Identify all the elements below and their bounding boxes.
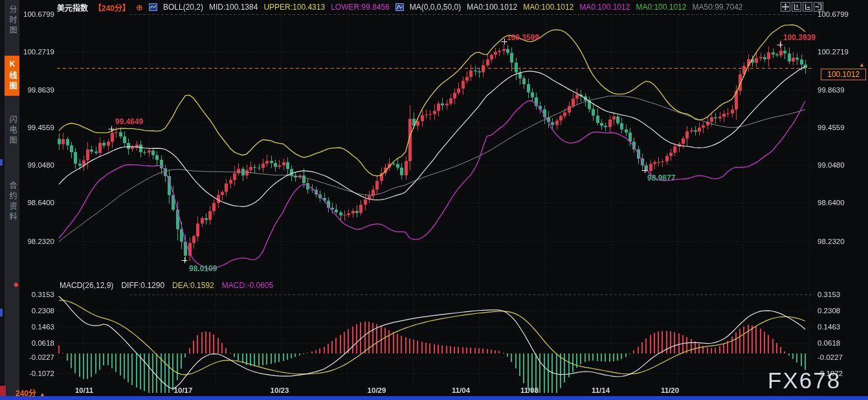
x-axis-label: 11/04 [447, 386, 475, 394]
macd-axis-label: 0.2308 [818, 306, 851, 315]
boll-chart-icon[interactable] [149, 3, 157, 11]
sidebar-marker-top [0, 159, 3, 166]
y-axis-label: 99.8639 [21, 85, 54, 94]
sidebar: 分时图K线图闪电图合约资料 [0, 0, 19, 400]
sidebar-tab-1[interactable]: K线图 [5, 56, 19, 96]
price-annotation: 100.3939 [783, 33, 816, 42]
sidebar-tab-3[interactable]: 合约资料 [5, 181, 19, 223]
ma50-value: MA50:99.7042 [692, 3, 742, 12]
ma-chart-icon[interactable] [395, 3, 404, 11]
boll-upper-value: UPPER:100.4313 [263, 3, 325, 12]
macd-axis-label: 0.1463 [818, 322, 851, 331]
macd-diff-value: DIFF:0.1290 [121, 281, 164, 290]
macd-axis-label: -0.1072 [21, 369, 54, 378]
y-axis-label: 99.0480 [21, 161, 54, 170]
sidebar-tab-0[interactable]: 分时图 [5, 5, 19, 36]
price-annotation: 99.4649 [115, 117, 143, 126]
x-axis-tool-button[interactable] [803, 2, 812, 12]
fx678-watermark: FX678 [768, 368, 841, 394]
x-axis-label: 11/20 [656, 386, 684, 394]
y-axis-label: 100.2719 [818, 47, 851, 56]
macd-axis-label: 0.2308 [21, 306, 54, 315]
sidebar-tab-2[interactable]: 闪电图 [5, 115, 19, 146]
macd-macd-value: MACD:-0.0605 [222, 281, 273, 290]
add-indicator-icon[interactable]: ⊕ [136, 3, 143, 12]
macd-axis-label: 0.0618 [818, 339, 851, 348]
price-marker-arrow-icon: ▲ [859, 61, 865, 68]
x-axis-label: 10/29 [362, 386, 391, 394]
y-axis-label: 99.4559 [818, 123, 851, 132]
y-axis-label: 100.2719 [21, 47, 54, 56]
price-annotation: 98.9877 [647, 173, 675, 183]
y-axis-tool-button[interactable] [792, 2, 801, 12]
macd-axis-label: 0.3153 [818, 290, 851, 299]
boll-mid-value: MID:100.1384 [209, 3, 258, 12]
x-axis-label: 10/23 [265, 386, 294, 394]
y-axis-label: 98.2320 [21, 237, 54, 246]
ma0-value-1: MA0:100.1012 [467, 3, 517, 12]
y-axis-label: 98.6400 [21, 198, 54, 207]
ma0-value-4: MA0:100.1012 [636, 3, 686, 12]
ma0-value-3: MA0:100.1012 [579, 3, 630, 12]
y-axis-label: 100.6799 [21, 10, 54, 19]
popout-button[interactable] [814, 2, 823, 12]
y-axis-label: 99.0480 [818, 161, 851, 170]
macd-axis-label: -0.0227 [818, 353, 851, 362]
chevron-up-icon: ▲ [39, 391, 45, 397]
macd-axis-label: 0.0618 [21, 339, 54, 348]
price-annotation: 98.0109 [189, 264, 217, 273]
macd-dea-value: DEA:0.1592 [172, 281, 214, 290]
y-axis-label: 98.6400 [818, 198, 851, 207]
period-label[interactable]: 【240分】 [94, 2, 130, 13]
current-price-box: 100.1012 [821, 69, 866, 80]
bottom-blue-bar [0, 396, 868, 400]
ma0-value-2: MA0:100.1012 [523, 3, 573, 12]
macd-axis-label: 0.3153 [21, 290, 54, 299]
x-axis-label: 10/17 [169, 386, 197, 394]
move-tool-button[interactable] [781, 2, 790, 12]
macd-title: MACD(26,12,9) [60, 281, 113, 290]
x-axis-label: 10/11 [70, 386, 98, 394]
y-axis-label: 99.4559 [21, 123, 54, 132]
x-axis-label: 11/08 [515, 386, 544, 394]
trading-app-window: 分时图K线图闪电图合约资料 美元指数 【240分】 ⊕ BOLL(20,2) M… [0, 0, 868, 400]
timeframe-selector[interactable]: 240分▲ [16, 387, 45, 398]
timeframe-label: 240分 [16, 389, 36, 398]
x-axis-label: 11/14 [586, 386, 615, 394]
macd-settings-icon[interactable]: ✹ [13, 281, 19, 289]
y-axis-label: 99.8639 [818, 85, 851, 94]
boll-label: BOLL(20,2) [163, 3, 203, 12]
macd-axis-label: 0.1463 [21, 322, 54, 331]
chart-canvas[interactable] [0, 0, 868, 400]
boll-lower-value: LOWER:99.8456 [331, 3, 390, 12]
indicator-header: 美元指数 【240分】 ⊕ BOLL(20,2) MID:100.1384 UP… [57, 2, 743, 12]
macd-header: MACD(26,12,9) DIFF:0.1290 DEA:0.1592 MAC… [60, 281, 273, 290]
sidebar-marker-bottom [0, 309, 3, 317]
corner-red-block [0, 386, 6, 396]
macd-axis-label: -0.0227 [21, 353, 54, 362]
ma-label: MA(0,0,0,50,0) [410, 3, 461, 12]
symbol-name: 美元指数 [57, 2, 88, 13]
window-controls [781, 2, 823, 12]
y-axis-label: 98.2320 [818, 237, 851, 246]
price-annotation: 100.3599 [507, 33, 539, 42]
